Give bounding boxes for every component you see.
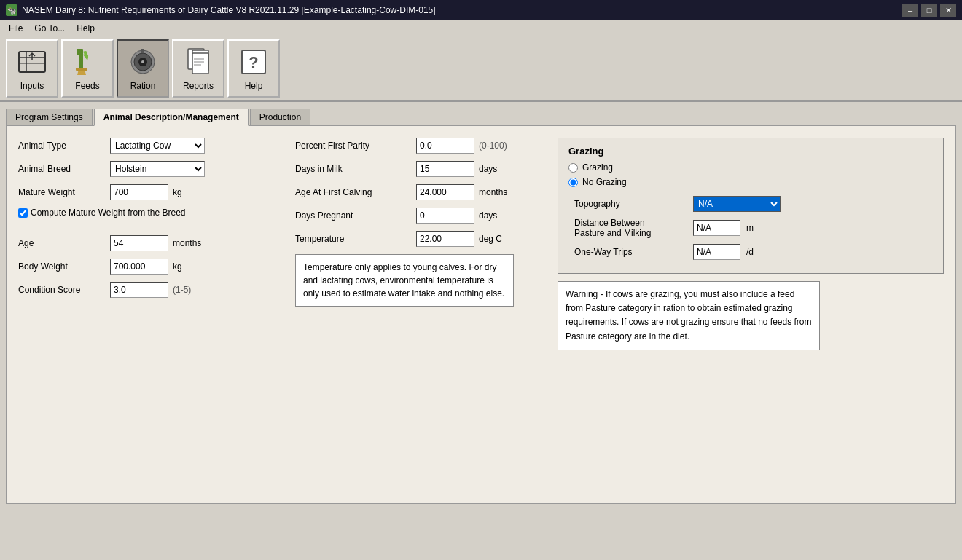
menu-bar: File Go To... Help [0, 20, 962, 36]
condition-score-label: Condition Score [18, 285, 106, 295]
grazing-box: Grazing Grazing No Grazing Topograph [558, 138, 944, 274]
svg-rect-11 [141, 49, 144, 53]
radio-no-grazing[interactable] [568, 178, 578, 187]
distance-unit: m [746, 223, 754, 233]
animal-type-label: Animal Type [18, 141, 106, 151]
form-section: Animal Type Lactating Cow Animal Breed H… [18, 138, 944, 350]
menu-file[interactable]: File [3, 22, 28, 35]
help-button[interactable]: ? Help [227, 39, 280, 98]
days-milk-label: Days in Milk [295, 164, 412, 174]
tab-program-settings[interactable]: Program Settings [6, 109, 93, 126]
ration-button[interactable]: Ration [117, 39, 169, 98]
body-weight-unit: kg [173, 261, 182, 272]
age-calving-row: Age At First Calving months [295, 184, 528, 200]
body-weight-input[interactable] [110, 259, 168, 275]
no-grazing-option-label: No Grazing [582, 177, 627, 187]
radio-grazing[interactable] [568, 163, 578, 173]
age-row: Age months [18, 235, 266, 251]
form-left: Animal Type Lactating Cow Animal Breed H… [18, 138, 266, 350]
mature-weight-label: Mature Weight [18, 187, 106, 197]
inputs-button[interactable]: Inputs [6, 39, 58, 98]
reports-icon [182, 46, 214, 78]
svg-rect-6 [76, 68, 87, 71]
tab-animal-description[interactable]: Animal Description/Management [94, 109, 249, 126]
animal-breed-label: Animal Breed [18, 164, 106, 174]
percent-parity-input[interactable] [416, 138, 474, 154]
age-calving-input[interactable] [416, 184, 474, 200]
tab-production[interactable]: Production [250, 109, 310, 126]
reports-label: Reports [183, 81, 214, 91]
days-pregnant-row: Days Pregnant days [295, 208, 528, 224]
close-button[interactable]: ✕ [940, 4, 956, 17]
no-grazing-radio-row: No Grazing [568, 177, 933, 187]
minimize-button[interactable]: – [902, 4, 918, 17]
animal-type-row: Animal Type Lactating Cow [18, 138, 266, 154]
app-icon: 🐄 [6, 4, 17, 16]
age-input[interactable] [110, 235, 168, 251]
reports-button[interactable]: Reports [172, 39, 224, 98]
tab-panel: Animal Type Lactating Cow Animal Breed H… [6, 125, 956, 504]
ration-label: Ration [130, 81, 156, 91]
temperature-input[interactable] [416, 231, 474, 247]
one-way-trips-unit: /d [746, 247, 754, 257]
one-way-trips-input[interactable] [693, 244, 740, 260]
age-unit: months [173, 238, 201, 248]
form-right: Grazing Grazing No Grazing Topograph [558, 138, 944, 350]
grazing-warning-box: Warning - If cows are grazing, you must … [558, 281, 820, 350]
percent-parity-range: (0-100) [479, 141, 507, 151]
compute-weight-label: Compute Mature Weight from the Breed [31, 208, 186, 218]
feeds-icon [71, 46, 103, 78]
days-pregnant-input[interactable] [416, 208, 474, 224]
mature-weight-row: Mature Weight kg [18, 184, 266, 200]
age-label: Age [18, 238, 106, 248]
title-bar: 🐄 NASEM Dairy 8: Nutrient Requirements o… [0, 0, 962, 20]
svg-point-10 [141, 60, 144, 63]
toolbar: Inputs Feeds Ration [0, 36, 962, 102]
window-controls: – □ ✕ [902, 4, 956, 17]
mature-weight-unit: kg [173, 187, 182, 197]
compute-weight-checkbox[interactable] [18, 208, 28, 218]
body-weight-row: Body Weight kg [18, 259, 266, 275]
window-title: NASEM Dairy 8: Nutrient Requirements of … [22, 5, 436, 15]
temperature-unit: deg C [479, 234, 502, 244]
inputs-icon [16, 46, 48, 78]
tab-strip: Program Settings Animal Description/Mana… [6, 108, 956, 125]
animal-type-select[interactable]: Lactating Cow [110, 138, 205, 154]
inputs-label: Inputs [20, 81, 44, 91]
compute-weight-row: Compute Mature Weight from the Breed [18, 208, 266, 218]
condition-score-input[interactable] [110, 282, 168, 298]
age-calving-unit: months [479, 187, 507, 197]
temperature-note-text: Temperature only applies to young calves… [303, 262, 504, 299]
topography-row: Topography N/A Flat Hilly [574, 196, 933, 212]
svg-rect-14 [192, 53, 208, 74]
condition-score-row: Condition Score (1-5) [18, 282, 266, 298]
help-icon: ? [238, 46, 270, 78]
form-middle: Percent First Parity (0-100) Days in Mil… [295, 138, 528, 350]
topography-select[interactable]: N/A Flat Hilly [693, 196, 781, 212]
animal-breed-select[interactable]: Holstein [110, 161, 205, 177]
animal-breed-row: Animal Breed Holstein [18, 161, 266, 177]
menu-goto[interactable]: Go To... [28, 22, 71, 35]
menu-help[interactable]: Help [71, 22, 101, 35]
mature-weight-input[interactable] [110, 184, 168, 200]
temperature-label: Temperature [295, 234, 412, 244]
svg-text:?: ? [249, 53, 258, 71]
days-milk-row: Days in Milk days [295, 161, 528, 177]
topography-label: Topography [574, 199, 687, 209]
days-pregnant-unit: days [479, 210, 497, 221]
one-way-trips-row: One-Way Trips /d [574, 244, 933, 260]
grazing-title: Grazing [568, 146, 933, 157]
feeds-label: Feeds [75, 81, 99, 91]
grazing-option-label: Grazing [582, 162, 613, 173]
condition-score-range: (1-5) [173, 285, 191, 295]
days-milk-input[interactable] [416, 161, 474, 177]
feeds-button[interactable]: Feeds [61, 39, 114, 98]
days-pregnant-label: Days Pregnant [295, 210, 412, 221]
percent-parity-label: Percent First Parity [295, 141, 412, 151]
maximize-button[interactable]: □ [921, 4, 937, 17]
svg-rect-5 [77, 49, 79, 55]
percent-parity-row: Percent First Parity (0-100) [295, 138, 528, 154]
one-way-trips-label: One-Way Trips [574, 247, 687, 257]
distance-input[interactable] [693, 220, 740, 236]
body-weight-label: Body Weight [18, 261, 106, 272]
